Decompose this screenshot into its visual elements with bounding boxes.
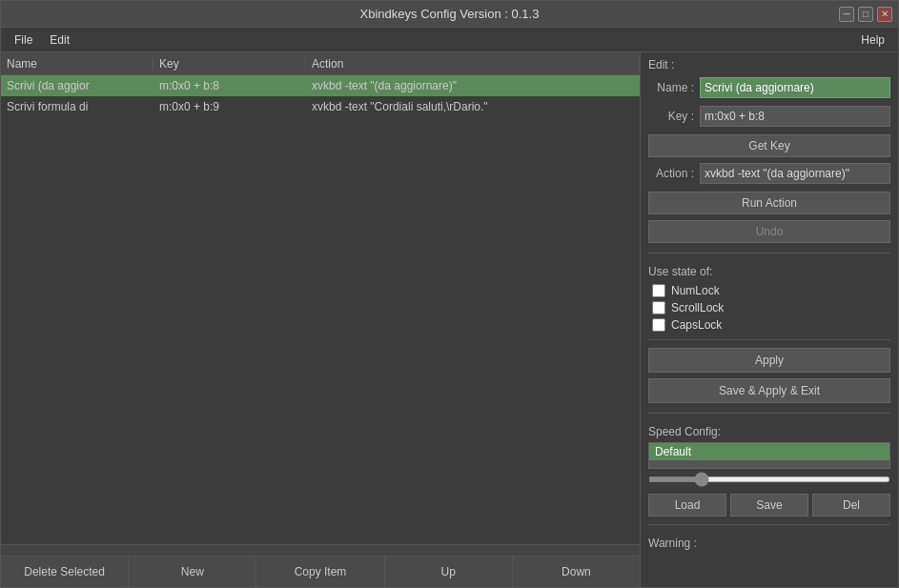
window-title: Xbindkeys Config Version : 0.1.3 bbox=[360, 7, 540, 21]
right-panel: Edit : Name : Key : Get Key Action : Run… bbox=[641, 52, 898, 587]
speed-buttons: Load Save Del bbox=[648, 494, 890, 517]
numlock-label: NumLock bbox=[671, 284, 720, 297]
undo-button[interactable]: Undo bbox=[648, 220, 890, 243]
divider bbox=[648, 253, 890, 253]
action-input[interactable] bbox=[700, 163, 890, 184]
speed-default-item: Default bbox=[649, 443, 889, 460]
key-row: Key : bbox=[648, 106, 890, 127]
edit-menu[interactable]: Edit bbox=[42, 31, 77, 49]
left-panel: Name Key Action Scrivi (da aggior m:0x0 … bbox=[1, 52, 641, 587]
apply-button[interactable]: Apply bbox=[648, 348, 890, 373]
name-row: Name : bbox=[648, 77, 890, 98]
save-button[interactable]: Save bbox=[730, 494, 808, 517]
warning-label: Warning : bbox=[648, 537, 890, 550]
menu-bar: File Edit Help bbox=[1, 28, 898, 52]
del-button[interactable]: Del bbox=[812, 494, 890, 517]
minimize-button[interactable]: ─ bbox=[839, 7, 854, 22]
run-action-button[interactable]: Run Action bbox=[648, 192, 890, 214]
get-key-button[interactable]: Get Key bbox=[648, 134, 890, 157]
title-bar: Xbindkeys Config Version : 0.1.3 ─ □ ✕ bbox=[1, 1, 898, 28]
window-controls: ─ □ ✕ bbox=[839, 7, 892, 22]
bottom-buttons: Delete Selected New Copy Item Up Down bbox=[1, 556, 640, 587]
edit-label: Edit : bbox=[648, 58, 890, 71]
row-action: xvkbd -text "(da aggiornare)" bbox=[306, 79, 640, 92]
row-name: Scrivi (da aggior bbox=[1, 79, 153, 92]
load-button[interactable]: Load bbox=[648, 494, 726, 517]
up-button[interactable]: Up bbox=[385, 557, 513, 587]
capslock-checkbox[interactable] bbox=[652, 318, 665, 332]
file-menu[interactable]: File bbox=[7, 31, 40, 49]
row-key: m:0x0 + b:9 bbox=[153, 100, 306, 113]
menu-left: File Edit bbox=[7, 31, 77, 49]
main-window: Xbindkeys Config Version : 0.1.3 ─ □ ✕ F… bbox=[0, 0, 899, 588]
row-action: xvkbd -text "Cordiali saluti,\rDario." bbox=[306, 100, 640, 113]
help-menu[interactable]: Help bbox=[853, 31, 892, 49]
action-row: Action : bbox=[648, 163, 890, 184]
name-label: Name : bbox=[648, 81, 700, 94]
capslock-label: CapsLock bbox=[671, 318, 722, 332]
divider4 bbox=[648, 524, 890, 525]
scrolllock-row: ScrollLock bbox=[652, 301, 890, 314]
row-name: Scrivi formula di bbox=[1, 100, 153, 113]
col-header-action: Action bbox=[306, 57, 640, 71]
numlock-row: NumLock bbox=[652, 284, 890, 297]
use-state-label: Use state of: bbox=[648, 265, 890, 278]
key-input[interactable] bbox=[700, 106, 890, 127]
maximize-button[interactable]: □ bbox=[858, 7, 873, 22]
close-button[interactable]: ✕ bbox=[877, 7, 892, 22]
action-label: Action : bbox=[648, 167, 700, 180]
copy-item-button[interactable]: Copy Item bbox=[256, 557, 384, 587]
numlock-checkbox[interactable] bbox=[652, 284, 665, 297]
table-body: Scrivi (da aggior m:0x0 + b:8 xvkbd -tex… bbox=[1, 75, 640, 544]
scrolllock-label: ScrollLock bbox=[671, 301, 724, 314]
col-header-name: Name bbox=[1, 57, 153, 71]
new-button[interactable]: New bbox=[129, 557, 256, 587]
down-button[interactable]: Down bbox=[513, 557, 640, 587]
col-header-key: Key bbox=[153, 57, 306, 71]
save-apply-exit-button[interactable]: Save & Apply & Exit bbox=[648, 378, 890, 403]
table-row[interactable]: Scrivi (da aggior m:0x0 + b:8 xvkbd -tex… bbox=[1, 75, 640, 96]
speed-config-list[interactable]: Default bbox=[648, 442, 890, 469]
table-header: Name Key Action bbox=[1, 52, 640, 75]
horizontal-scrollbar[interactable] bbox=[1, 544, 640, 556]
capslock-row: CapsLock bbox=[652, 318, 890, 332]
delete-selected-button[interactable]: Delete Selected bbox=[1, 557, 129, 587]
key-label: Key : bbox=[648, 110, 700, 123]
name-input[interactable] bbox=[700, 77, 890, 98]
divider2 bbox=[648, 339, 890, 340]
table-row[interactable]: Scrivi formula di m:0x0 + b:9 xvkbd -tex… bbox=[1, 96, 640, 117]
speed-slider[interactable] bbox=[648, 476, 890, 482]
content-area: Name Key Action Scrivi (da aggior m:0x0 … bbox=[1, 52, 898, 587]
scrolllock-checkbox[interactable] bbox=[652, 301, 665, 314]
divider3 bbox=[648, 413, 890, 414]
speed-config-label: Speed Config: bbox=[648, 425, 890, 438]
row-key: m:0x0 + b:8 bbox=[153, 79, 306, 92]
